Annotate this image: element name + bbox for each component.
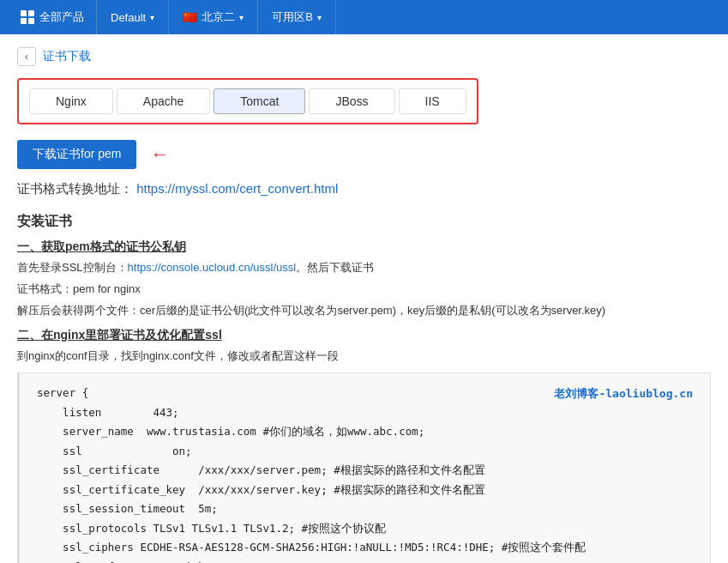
grid-icon: [21, 10, 34, 24]
install-title: 安装证书: [17, 213, 711, 231]
logo-label: 全部产品: [39, 9, 84, 25]
tab-nginx[interactable]: Nginx: [29, 88, 113, 114]
code-block: 老刘博客-laoliublog.cn server { listen 443; …: [17, 372, 711, 563]
back-button[interactable]: ‹: [17, 47, 36, 66]
install-section: 安装证书 一、获取pem格式的证书公私钥 首先登录SSL控制台：https://…: [17, 213, 711, 563]
tab-iis[interactable]: IIS: [399, 88, 466, 114]
code-line-5: ssl_certificate /xxx/xxx/server.pem; #根据…: [37, 461, 693, 481]
code-line-9: ssl_ciphers ECDHE-RSA-AES128-GCM-SHA256:…: [37, 538, 693, 558]
code-line-2: listen 443;: [37, 403, 693, 423]
convert-link[interactable]: https://myssl.com/cert_convert.html: [136, 181, 338, 196]
nav-region-label: 北京二: [202, 9, 235, 25]
back-icon: ‹: [25, 51, 28, 63]
tab-tomcat[interactable]: Tomcat: [214, 88, 305, 114]
download-button[interactable]: 下载证书for pem: [17, 140, 136, 169]
code-line-7: ssl_session_timeout 5m;: [37, 499, 693, 519]
step1-line-1: 首先登录SSL控制台：https://console.ucloud.cn/uss…: [17, 259, 711, 277]
download-section: 下载证书for pem ←: [17, 140, 711, 169]
caret-icon-2: ▾: [239, 13, 244, 22]
arrow-icon: ←: [150, 143, 169, 166]
convert-line: 证书格式转换地址： https://myssl.com/cert_convert…: [17, 181, 711, 197]
code-line-4: ssl on;: [37, 442, 693, 462]
code-line-3: server_name www.trustasia.com #你们的域名，如ww…: [37, 422, 693, 442]
topbar: 全部产品 Default ▾ 🇨🇳 北京二 ▾ 可用区B ▾: [0, 0, 728, 34]
nav-zone[interactable]: 可用区B ▾: [258, 0, 336, 34]
step1-line-3: 解压后会获得两个文件：cer后缀的是证书公钥(此文件可以改名为server.pe…: [17, 302, 711, 320]
tab-jboss[interactable]: JBoss: [309, 88, 394, 114]
nav-region[interactable]: 🇨🇳 北京二 ▾: [169, 0, 258, 34]
logo-button[interactable]: 全部产品: [9, 0, 97, 34]
tab-apache[interactable]: Apache: [117, 88, 210, 114]
caret-icon: ▾: [150, 13, 154, 22]
tab-container: Nginx Apache Tomcat JBoss IIS: [17, 78, 478, 124]
console-link[interactable]: https://console.ucloud.cn/ussl/ussl: [128, 261, 297, 274]
step2-line-1: 到nginx的conf目录，找到nginx.conf文件，修改或者配置这样一段: [17, 348, 711, 366]
code-line-8: ssl_protocols TLSv1 TLSv1.1 TLSv1.2; #按照…: [37, 519, 693, 539]
breadcrumb-label: 证书下载: [43, 49, 91, 64]
step1-heading: 一、获取pem格式的证书公私钥: [17, 239, 711, 255]
code-line-6: ssl_certificate_key /xxx/xxx/server.key;…: [37, 481, 693, 500]
nav-default[interactable]: Default ▾: [97, 0, 169, 34]
convert-label: 证书格式转换地址：: [17, 181, 133, 196]
code-line-10: ssl_prefer_server_ciphers on;: [37, 558, 693, 563]
nav-default-label: Default: [111, 11, 146, 24]
breadcrumb: ‹ 证书下载: [17, 47, 711, 66]
main-content: ‹ 证书下载 Nginx Apache Tomcat JBoss IIS 下载证…: [0, 34, 728, 563]
caret-icon-3: ▾: [317, 13, 322, 22]
step2-heading: 二、在nginx里部署证书及优化配置ssl: [17, 328, 711, 343]
watermark: 老刘博客-laoliublog.cn: [554, 384, 693, 403]
nav-zone-label: 可用区B: [272, 9, 313, 25]
step1-line-2: 证书格式：pem for nginx: [17, 281, 711, 299]
flag-icon: 🇨🇳: [183, 10, 197, 24]
